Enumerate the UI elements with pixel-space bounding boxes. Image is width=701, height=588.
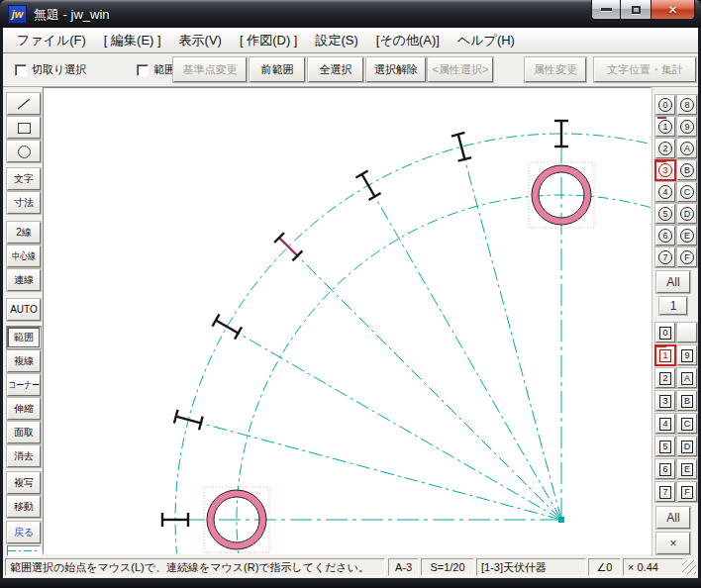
- dimension-tool-button[interactable]: 寸法: [7, 192, 41, 214]
- zoom-indicator[interactable]: × 0.44: [623, 558, 684, 576]
- cad-tick-bar[interactable]: [235, 327, 242, 339]
- undo-button[interactable]: 戻る: [7, 522, 41, 543]
- move-tool-button[interactable]: 移動: [7, 496, 41, 518]
- layer-c[interactable]: C: [677, 414, 697, 434]
- chamfer-tool-button[interactable]: 面取: [7, 422, 41, 443]
- layer-all-button[interactable]: All: [656, 507, 690, 529]
- layer-0[interactable]: 0: [655, 323, 675, 343]
- layer-5[interactable]: 5: [655, 437, 675, 456]
- line-tool-button[interactable]: [7, 93, 41, 115]
- menu-help[interactable]: ヘルプ(H): [449, 28, 524, 52]
- layer-group-c[interactable]: C: [677, 182, 697, 202]
- linetype-preview[interactable]: [7, 545, 41, 556]
- layer-group-5[interactable]: 5: [655, 204, 675, 224]
- cad-ray[interactable]: [461, 147, 561, 520]
- layer-3[interactable]: 3: [655, 391, 675, 411]
- layer-group-all-button[interactable]: All: [656, 271, 690, 293]
- menu-edit[interactable]: [ 編集(E) ]: [95, 28, 170, 52]
- paper-size-button[interactable]: A-3: [388, 558, 419, 576]
- maximize-button[interactable]: [621, 0, 651, 20]
- layer-8-blank[interactable]: [677, 323, 697, 343]
- layer-f[interactable]: F: [677, 482, 697, 502]
- cad-tick-bar[interactable]: [368, 193, 380, 200]
- cad-tick-stem[interactable]: [458, 135, 465, 159]
- cad-tick-stem[interactable]: [176, 417, 201, 424]
- layer-group-7[interactable]: 7: [655, 247, 675, 267]
- current-layer-button[interactable]: [1-3]天伏什器: [476, 558, 586, 576]
- copy-tool-button[interactable]: 複写: [7, 472, 41, 494]
- menu-draw[interactable]: [ 作図(D) ]: [231, 28, 307, 52]
- cad-arc[interactable]: [237, 195, 651, 553]
- layer-group-4[interactable]: 4: [655, 182, 675, 202]
- layer-b[interactable]: B: [677, 391, 697, 411]
- angle-indicator[interactable]: ∠0: [588, 558, 621, 576]
- select-all-button[interactable]: 全選択: [308, 57, 363, 82]
- layer-group-6[interactable]: 6: [655, 226, 675, 245]
- resize-grip[interactable]: [682, 560, 696, 574]
- cad-ray[interactable]: [188, 420, 561, 520]
- selection-toolbar: 切取り選択 範囲外選択 基準点変更 前範囲 全選択 選択解除 <属性選択> 属性…: [3, 53, 698, 87]
- cad-tick-bar[interactable]: [355, 170, 367, 177]
- layer-7[interactable]: 7: [655, 482, 675, 502]
- layer-group-d[interactable]: D: [677, 204, 697, 224]
- layer-group-0[interactable]: 0: [655, 95, 675, 115]
- layer-group-e[interactable]: E: [677, 226, 697, 245]
- two-line-tool-button[interactable]: 2線: [7, 222, 41, 244]
- corner-tool-button[interactable]: コーナー: [7, 374, 41, 396]
- cad-ray[interactable]: [368, 185, 561, 520]
- title-bar[interactable]: jw 無題 - jw_win ✕: [0, 0, 701, 28]
- layer-9[interactable]: 9: [677, 345, 697, 365]
- center-line-tool-button[interactable]: 中心線: [7, 245, 41, 267]
- layer-d[interactable]: D: [677, 437, 697, 456]
- layer-none-button[interactable]: ×: [656, 533, 690, 554]
- layer-2[interactable]: 2: [655, 368, 675, 388]
- status-bar: 範囲選択の始点をマウス(L)で、連続線をマウス(R)で指示してください。 A-3…: [3, 556, 698, 578]
- layer-group-1[interactable]: 1: [655, 117, 675, 137]
- menu-view[interactable]: 表示(V): [170, 28, 231, 52]
- left-tool-column: 文字 寸法 2線 中心線 連線 AUTO 範囲 複線 コーナー 伸縮 面取 消去…: [3, 87, 43, 556]
- menu-settings[interactable]: 設定(S): [306, 28, 366, 52]
- menu-others[interactable]: [その他(A)]: [367, 28, 449, 52]
- maximize-icon: [632, 6, 641, 14]
- layer-group-b[interactable]: B: [677, 160, 697, 180]
- rectangle-tool-button[interactable]: [7, 117, 41, 139]
- stretch-tool-button[interactable]: 伸縮: [7, 398, 41, 420]
- menu-file[interactable]: ファイル(F): [8, 28, 95, 52]
- layer-e[interactable]: E: [677, 459, 697, 479]
- layer-4[interactable]: 4: [655, 414, 675, 434]
- cad-tick-stem[interactable]: [216, 321, 239, 334]
- polyline-tool-button[interactable]: 連線: [7, 269, 41, 291]
- layer-group-2[interactable]: 2: [655, 139, 675, 158]
- scale-button[interactable]: S=1/20: [421, 558, 474, 576]
- previous-range-button[interactable]: 前範囲: [250, 57, 305, 82]
- layer-1-active[interactable]: 1: [655, 345, 675, 365]
- cad-ray[interactable]: [288, 246, 561, 520]
- cut-select-checkbox[interactable]: [15, 64, 27, 76]
- minimize-button[interactable]: [591, 0, 621, 20]
- erase-tool-button[interactable]: 消去: [7, 445, 41, 467]
- circle-tool-button[interactable]: [7, 141, 41, 162]
- auto-tool-button[interactable]: AUTO: [7, 299, 41, 321]
- close-button[interactable]: ✕: [651, 0, 695, 20]
- layer-a[interactable]: A: [677, 368, 697, 388]
- cad-ray[interactable]: [227, 327, 561, 520]
- group-3-mark: [656, 160, 666, 163]
- drawing-canvas[interactable]: [43, 87, 651, 554]
- cad-arc[interactable]: [175, 134, 651, 553]
- range-select-tool-button[interactable]: 範囲: [7, 327, 41, 348]
- text-tool-button[interactable]: 文字: [7, 168, 41, 190]
- layer-group-3-active[interactable]: 3: [655, 160, 675, 180]
- cad-tick-bar[interactable]: [212, 314, 219, 326]
- outside-select-checkbox[interactable]: [137, 64, 149, 76]
- layer-group-9[interactable]: 9: [677, 117, 697, 137]
- corner-label: コーナー: [8, 375, 40, 395]
- parallel-copy-tool-button[interactable]: 複線: [7, 350, 41, 372]
- layer-6[interactable]: 6: [655, 459, 675, 479]
- base-point-change-button: 基準点変更: [173, 57, 247, 82]
- layer-group-f[interactable]: F: [677, 247, 697, 267]
- deselect-button[interactable]: 選択解除: [366, 57, 426, 82]
- group-visible-count-button[interactable]: 1: [659, 297, 687, 315]
- layer-group-a[interactable]: A: [677, 139, 697, 158]
- cad-tick-stem[interactable]: [362, 174, 375, 197]
- layer-group-8[interactable]: 8: [677, 95, 697, 115]
